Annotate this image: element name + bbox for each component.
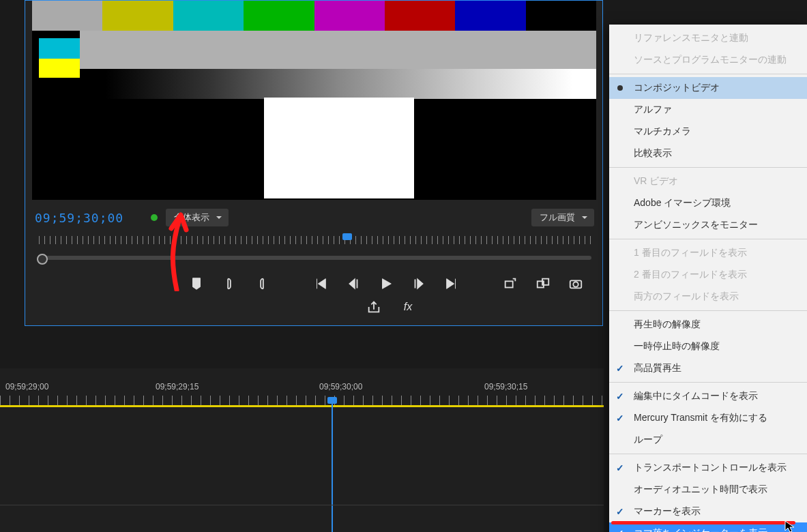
timeline-ruler-labels: 09;59;29;00 09;59;29;15 09;59;30;00 09;5… xyxy=(0,382,604,394)
menu-item[interactable]: 一時停止時の解像度 xyxy=(609,336,807,357)
menu-item[interactable]: オーディオユニット時間で表示 xyxy=(609,479,807,501)
play-button[interactable] xyxy=(379,276,394,291)
menu-item[interactable]: ループ xyxy=(609,429,807,451)
program-monitor-panel: 09;59;30;00 全体表示 フル画質 fx xyxy=(25,0,603,326)
export-frame-button[interactable] xyxy=(568,276,583,291)
menu-item: 両方のフィールドを表示 xyxy=(609,286,807,308)
menu-item[interactable]: Mercury Transmit を有効にする xyxy=(609,407,807,429)
extract-button[interactable] xyxy=(535,276,551,291)
menu-item[interactable]: トランスポートコントロールを表示 xyxy=(609,457,807,479)
timeline-panel: 09;59;29;00 09;59;29;15 09;59;30;00 09;5… xyxy=(0,368,604,532)
menu-item: リファレンスモニタと連動 xyxy=(609,27,807,49)
svg-point-4 xyxy=(573,282,578,286)
cursor-icon xyxy=(784,520,797,532)
timeline-playhead-icon[interactable] xyxy=(327,397,337,404)
mark-in-button[interactable] xyxy=(222,276,237,291)
annotation-underline xyxy=(611,521,795,524)
zoom-select[interactable]: 全体表示 xyxy=(166,209,229,226)
timeline-ruler[interactable] xyxy=(0,396,604,405)
add-marker-button[interactable] xyxy=(189,276,204,291)
color-swatch-yellow xyxy=(39,59,80,78)
menu-item[interactable]: Adobe イマーシブ環境 xyxy=(609,192,807,214)
timeline-work-area[interactable] xyxy=(0,405,604,407)
timecode-label: 09;59;29;00 xyxy=(5,382,48,391)
fx-icon[interactable]: fx xyxy=(400,299,415,314)
monitor-playhead-icon[interactable] xyxy=(342,233,352,240)
quality-select[interactable]: フル画質 xyxy=(531,209,594,226)
menu-item[interactable]: マルチカメラ xyxy=(609,121,807,143)
timecode-display[interactable]: 09;59;30;00 xyxy=(35,211,123,225)
white-test-block xyxy=(264,98,414,198)
dropped-frame-indicator-icon xyxy=(151,214,158,221)
go-to-out-button[interactable] xyxy=(444,276,459,291)
svg-rect-0 xyxy=(505,281,513,287)
menu-item[interactable]: アンビソニックスをモニター xyxy=(609,214,807,236)
menu-item: ソースとプログラムモニターの連動 xyxy=(609,49,807,71)
timecode-label: 09;59;29;15 xyxy=(156,382,199,391)
monitor-scrubber[interactable] xyxy=(39,256,591,260)
go-to-in-button[interactable] xyxy=(313,276,328,291)
color-swatch-cyan xyxy=(39,38,80,59)
timecode-label: 09;59;30;15 xyxy=(484,382,527,391)
share-icon[interactable] xyxy=(366,299,381,314)
step-back-button[interactable] xyxy=(346,276,361,291)
menu-item[interactable]: 高品質再生 xyxy=(609,357,807,379)
menu-item[interactable]: コンポジットビデオ xyxy=(609,77,807,99)
menu-item[interactable]: 比較表示 xyxy=(609,143,807,164)
mark-out-button[interactable] xyxy=(254,276,269,291)
monitor-ruler[interactable] xyxy=(39,236,591,250)
step-forward-button[interactable] xyxy=(411,276,426,291)
menu-item: VR ビデオ xyxy=(609,171,807,192)
timecode-label: 09;59;30;00 xyxy=(319,382,362,391)
menu-item[interactable]: マーカーを表示 xyxy=(609,501,807,522)
timeline-playhead-line xyxy=(332,404,333,532)
menu-item[interactable]: 再生時の解像度 xyxy=(609,314,807,336)
menu-item: 2 番目のフィールドを表示 xyxy=(609,264,807,286)
menu-item[interactable]: アルファ xyxy=(609,99,807,121)
menu-item: 1 番目のフィールドを表示 xyxy=(609,242,807,264)
lift-button[interactable] xyxy=(503,276,518,291)
monitor-settings-menu: リファレンスモニタと連動ソースとプログラムモニターの連動コンポジットビデオアルフ… xyxy=(609,25,807,532)
preview-viewport xyxy=(32,1,596,200)
menu-item[interactable]: 編集中にタイムコードを表示 xyxy=(609,385,807,407)
